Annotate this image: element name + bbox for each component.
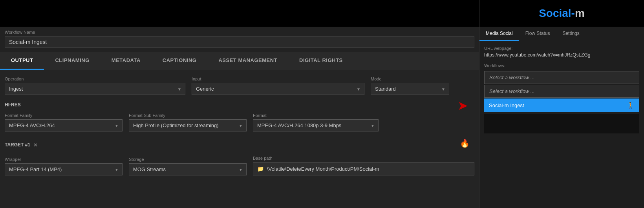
basepath-label: Base path [253,156,474,161]
storage-label: Storage [129,157,247,162]
workflow-name-label: Workflow Name [5,30,474,35]
storage-select[interactable]: MOG Streams [129,163,247,175]
fire-icon-area: 🔥 [460,139,474,148]
format-sub-family-select[interactable]: High Profile (Optimized for streaming) [129,119,247,131]
workflow-item-selected[interactable]: Social-m Ingest 🚶 [484,99,639,112]
workflow-item-1[interactable]: Select a workflow ... [484,85,639,98]
top-black-bar [0,0,479,27]
tab-asset-management[interactable]: ASSET MANAGEMENT [207,52,288,70]
input-label: Input [192,77,364,81]
mode-label: Mode [371,77,449,81]
dropdowns-row: Operation Ingest Input Generic Mode [5,77,474,95]
format-family-wrapper: MPEG-4 AVC/H.264 [5,119,123,131]
brand-m-text: m [575,7,585,19]
target-label: TARGET #1 [5,142,30,148]
basepath-input[interactable] [267,166,470,172]
tab-captioning[interactable]: CAPTIONING [152,52,208,70]
workflows-label: Workflows: [484,63,639,68]
wrapper-select[interactable]: MPEG-4 Part 14 (MP4) [5,163,123,175]
storage-select-wrapper: MOG Streams [129,163,247,175]
tab-digital-rights[interactable]: DIGITAL RIGHTS [288,52,354,70]
format-row: Format Family MPEG-4 AVC/H.264 Format Su… [5,113,474,131]
format-sub-family-label: Format Sub Family [129,113,247,118]
format-wrapper: MPEG-4 AVC/H.264 1080p 3-9 Mbps [253,119,379,131]
basepath-input-wrapper: 📁 [253,162,474,175]
workflow-item-0[interactable]: Select a workflow ... [484,71,639,84]
right-tab-media-social[interactable]: Media Social [479,27,519,41]
format-label: Format [253,113,379,118]
fire-icon[interactable]: 🔥 [460,139,470,148]
url-value: https://www.youtube.com/watch?v=mhJRzQsL… [484,52,639,58]
wrapper-label: Wrapper [5,157,123,162]
storage-field: Storage MOG Streams [129,157,247,175]
url-label: URL webpage: [484,46,639,51]
operation-field: Operation Ingest [5,77,185,95]
format-family-select[interactable]: MPEG-4 AVC/H.264 [5,119,123,131]
tabs-bar: OUTPUT CLIPNAMING METADATA CAPTIONING AS… [0,52,479,70]
format-select[interactable]: MPEG-4 AVC/H.264 1080p 3-9 Mbps [253,119,379,131]
content-area: Operation Ingest Input Generic Mode [0,70,479,208]
tab-output[interactable]: OUTPUT [0,52,44,70]
workflow-selected-label: Social-m Ingest [489,102,524,108]
tab-metadata[interactable]: METADATA [101,52,152,70]
mode-field: Mode Standard [371,77,449,95]
folder-icon: 📁 [257,166,264,172]
right-content: URL webpage: https://www.youtube.com/wat… [479,41,644,208]
target-close-button[interactable]: ✕ [33,142,38,148]
tab-clipnaming[interactable]: CLIPNAMING [44,52,100,70]
workflow-selected-area: Social-m Ingest 🚶 ➤ [484,99,639,112]
hires-label: HI-RES [5,102,474,108]
operation-label: Operation [5,77,185,81]
basepath-group: Base path 📁 [253,156,474,175]
operation-select[interactable]: Ingest [5,83,185,95]
format-family-field: Format Family MPEG-4 AVC/H.264 [5,113,123,131]
format-sub-family-field: Format Sub Family High Profile (Optimize… [129,113,247,131]
wrapper-select-wrapper: MPEG-4 Part 14 (MP4) [5,163,123,175]
operation-select-wrapper: Ingest [5,83,185,95]
bottom-content-area [484,114,639,133]
input-select[interactable]: Generic [192,83,364,95]
input-field: Input Generic [192,77,364,95]
format-sub-family-wrapper: High Profile (Optimized for streaming) [129,119,247,131]
brand-logo: Social-m [539,7,585,20]
mode-select[interactable]: Standard [371,83,449,95]
mode-select-wrapper: Standard [371,83,449,95]
format-field: Format MPEG-4 AVC/H.264 1080p 3-9 Mbps [253,113,379,131]
target-row: Wrapper MPEG-4 Part 14 (MP4) Storage MOG… [5,156,474,175]
runner-icon: 🚶 [627,102,635,109]
workflow-name-section: Workflow Name [0,27,479,52]
workflow-name-input[interactable] [5,36,474,48]
format-family-label: Format Family [5,113,123,118]
right-tab-settings[interactable]: Settings [556,27,585,41]
right-tab-flow-status[interactable]: Flow Status [519,27,556,41]
wrapper-field: Wrapper MPEG-4 Part 14 (MP4) [5,157,123,175]
right-nav-tabs: Media Social Flow Status Settings [479,27,644,41]
right-top-bar: Social-m [479,0,644,27]
brand-social-text: Social- [539,7,575,19]
right-panel: Social-m Media Social Flow Status Settin… [479,0,644,208]
target-header: TARGET #1 ✕ 🔥 [5,139,474,151]
input-select-wrapper: Generic [192,83,364,95]
